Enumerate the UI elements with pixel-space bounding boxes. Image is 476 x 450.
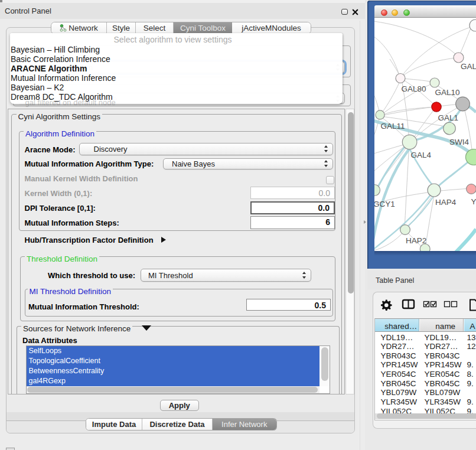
svg-text:GAL10: GAL10: [435, 88, 460, 97]
svg-text:GAL11: GAL11: [381, 122, 405, 131]
svg-text:GAL7: GAL7: [461, 62, 476, 71]
svg-text:YB: YB: [471, 197, 476, 206]
svg-text:HAP2: HAP2: [406, 236, 426, 245]
svg-text:GAL4: GAL4: [411, 151, 432, 159]
svg-text:GCY1: GCY1: [374, 200, 395, 208]
svg-text:GAL1: GAL1: [438, 113, 459, 122]
svg-text:HAP4: HAP4: [435, 198, 457, 207]
svg-text:SWI4: SWI4: [449, 138, 469, 146]
svg-text:GAL80: GAL80: [402, 84, 426, 93]
